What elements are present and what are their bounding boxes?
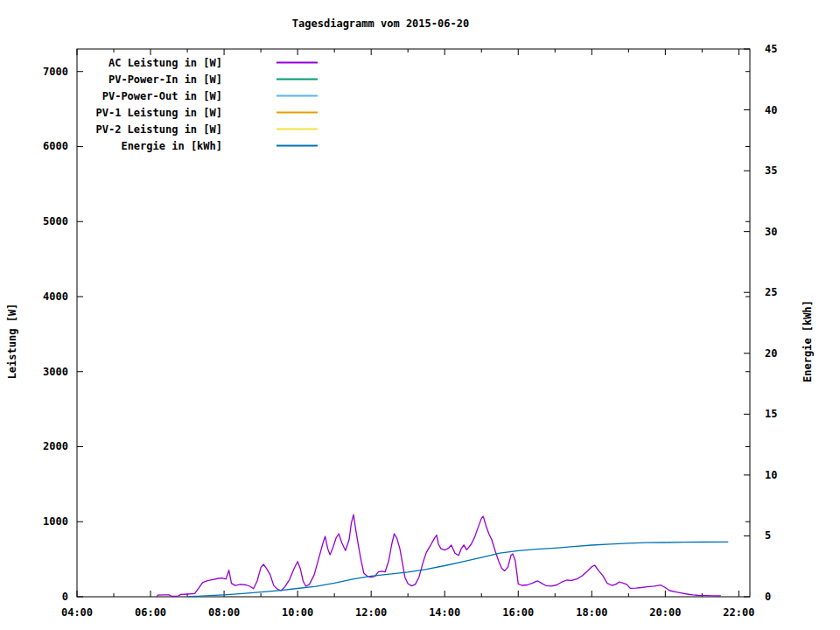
- x-tick-label: 10:00: [282, 606, 313, 619]
- x-tick-label: 18:00: [576, 606, 607, 619]
- legend-label-5: Energie in [kWh]: [121, 140, 222, 152]
- y-right-tick-label: 30: [765, 226, 777, 238]
- x-tick-label: 22:00: [723, 606, 754, 619]
- legend-label-3: PV-1 Leistung in [W]: [96, 107, 223, 119]
- x-tick-label: 12:00: [355, 606, 387, 619]
- legend-label-4: PV-2 Leistung in [W]: [96, 123, 223, 136]
- x-tick-label: 04:00: [61, 606, 93, 619]
- y-right-tick-label: 5: [765, 529, 771, 542]
- series-line-0: [157, 514, 720, 597]
- y-left-tick-label: 0: [62, 591, 68, 603]
- y-right-tick-label: 20: [765, 347, 777, 360]
- y-left-tick-label: 6000: [43, 140, 68, 152]
- y-right-tick-label: 25: [765, 286, 777, 298]
- y-left-tick-label: 1000: [43, 515, 68, 528]
- y-left-tick-label: 7000: [43, 66, 68, 78]
- x-tick-label: 20:00: [649, 606, 681, 619]
- legend-label-1: PV-Power-In in [W]: [108, 74, 222, 86]
- y-left-tick-label: 5000: [43, 215, 68, 228]
- y-left-tick-label: 3000: [43, 366, 68, 378]
- y-right-tick-label: 15: [765, 408, 777, 420]
- y-right-tick-label: 35: [765, 164, 777, 177]
- y-right-tick-label: 40: [765, 104, 777, 116]
- y-right-tick-label: 10: [765, 469, 777, 481]
- x-tick-label: 16:00: [502, 606, 534, 619]
- legend-label-2: PV-Power-Out in [W]: [102, 90, 222, 102]
- y-left-tick-label: 2000: [43, 440, 68, 452]
- y-right-tick-label: 0: [765, 591, 771, 603]
- x-tick-label: 14:00: [429, 606, 460, 619]
- y-right-tick-label: 45: [765, 43, 777, 55]
- plot-area: 04:0006:0008:0010:0012:0014:0016:0018:00…: [0, 0, 840, 630]
- chart-canvas: Tagesdiagramm vom 2015-06-20 Leistung [W…: [0, 0, 840, 630]
- y-left-tick-label: 4000: [43, 290, 68, 303]
- x-tick-label: 08:00: [208, 606, 240, 619]
- legend-label-0: AC Leistung in [W]: [108, 57, 222, 69]
- series-line-5: [189, 542, 728, 596]
- x-tick-label: 06:00: [135, 606, 166, 619]
